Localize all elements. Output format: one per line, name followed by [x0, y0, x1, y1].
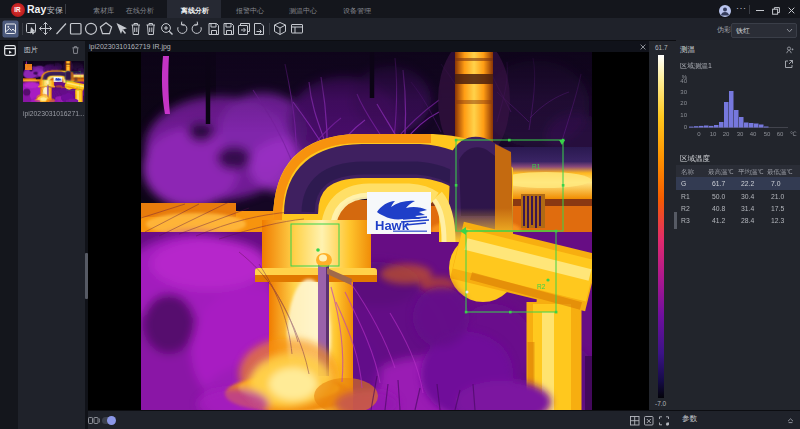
- svg-text:40: 40: [680, 78, 687, 84]
- svg-text:10: 10: [710, 131, 717, 137]
- svg-text:℃: ℃: [790, 131, 797, 137]
- svg-text:10: 10: [680, 112, 687, 118]
- svg-text:0: 0: [697, 131, 701, 137]
- svg-text:60: 60: [777, 131, 784, 137]
- svg-text:50: 50: [764, 131, 771, 137]
- svg-text:20: 20: [680, 100, 687, 106]
- svg-text:20: 20: [723, 131, 730, 137]
- svg-text:0: 0: [684, 124, 688, 130]
- svg-text:40: 40: [750, 131, 757, 137]
- svg-text:30: 30: [737, 131, 744, 137]
- svg-text:30: 30: [680, 89, 687, 95]
